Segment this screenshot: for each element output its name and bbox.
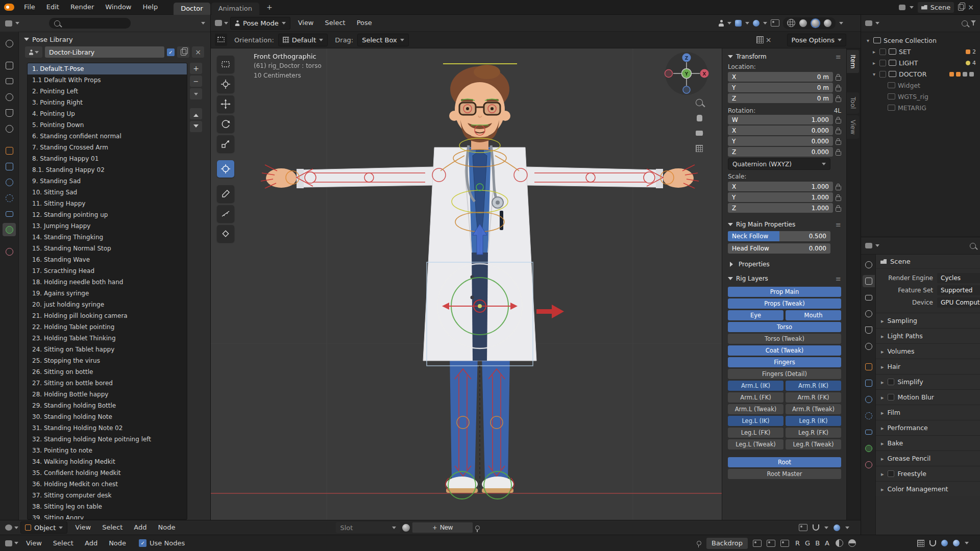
tab-modifiers[interactable]: [3, 160, 16, 173]
channel-button[interactable]: G: [804, 539, 811, 547]
pose-specials-button[interactable]: [190, 88, 202, 99]
outliner-row[interactable]: ▾ DOCTOR: [861, 68, 980, 80]
properties-section[interactable]: Sampling: [876, 313, 980, 328]
rig-layer-button[interactable]: Arm.L (FK): [728, 392, 783, 403]
pose-list-item[interactable]: 13. Jumping Happy: [28, 220, 187, 232]
topbar-menu-item[interactable]: File: [18, 0, 41, 14]
pose-list-item[interactable]: 30. Standing holding Note: [28, 411, 187, 422]
filter-chevron-icon[interactable]: [201, 22, 205, 27]
fake-user-checkbox[interactable]: [167, 48, 175, 56]
properties-section[interactable]: Simplify: [876, 374, 980, 389]
lock-icon[interactable]: [836, 87, 841, 91]
transform-tool[interactable]: [217, 160, 234, 178]
search-icon[interactable]: [962, 20, 968, 27]
gizmo-axis-x-negative[interactable]: [665, 70, 673, 78]
pose-list-item[interactable]: 14. Standing Thingking: [28, 232, 187, 243]
tab-scene[interactable]: [3, 106, 16, 119]
properties-section[interactable]: Film: [876, 405, 980, 420]
shading-wireframe-button[interactable]: [786, 18, 796, 28]
section-checkbox[interactable]: [888, 379, 894, 385]
overlays-toggle-icon[interactable]: [941, 540, 948, 546]
xray-toggle-icon[interactable]: [771, 19, 779, 27]
new-library-button[interactable]: [177, 46, 189, 58]
close-scene-icon[interactable]: [968, 4, 974, 11]
pose-list-item[interactable]: 39. Sitting Angry: [28, 512, 187, 520]
channel-button[interactable]: A: [824, 539, 830, 547]
tab-render[interactable]: [863, 275, 875, 287]
channel-button[interactable]: B: [814, 539, 821, 547]
image-alpha-icon[interactable]: [767, 540, 775, 547]
properties-section[interactable]: Motion Blur: [876, 389, 980, 405]
navigation-gizmo[interactable]: Z X Y: [664, 51, 709, 96]
panel-menu-icon[interactable]: [836, 275, 841, 283]
annotate-tool[interactable]: [217, 185, 234, 203]
render-toggle-icon[interactable]: [953, 540, 960, 546]
tab-constraints[interactable]: [863, 426, 875, 438]
mode-dropdown[interactable]: Pose Mode: [230, 17, 290, 30]
tab-material[interactable]: [863, 459, 875, 471]
gizmo-axis-z-negative[interactable]: [683, 86, 690, 93]
rig-property-slider[interactable]: Neck Follow0.500: [728, 231, 830, 241]
shader-menu-item[interactable]: View: [69, 520, 96, 535]
editor-type-icon[interactable]: [215, 20, 222, 26]
properties-section[interactable]: Freestyle: [876, 466, 980, 481]
setting-value-dropdown[interactable]: GPU Compute: [937, 297, 980, 308]
properties-section[interactable]: Hair: [876, 359, 980, 374]
editor-type-icon[interactable]: [5, 540, 12, 546]
tab-particles[interactable]: [3, 176, 16, 189]
location-field[interactable]: X0 m: [728, 72, 833, 82]
outliner-row[interactable]: WGTS_rig: [861, 91, 980, 102]
orientation-dropdown[interactable]: Default: [278, 34, 328, 46]
pose-list-item[interactable]: 11. Sitting Happy: [28, 198, 187, 209]
pose-options-dropdown[interactable]: Pose Options: [787, 34, 846, 46]
filter-icon[interactable]: [971, 20, 976, 26]
rig-layers-panel-header[interactable]: Rig Layers: [728, 273, 841, 284]
tool-settings-icon[interactable]: [756, 36, 764, 43]
overlays-toggle-icon[interactable]: [753, 20, 760, 27]
rig-layer-button[interactable]: Coat (Tweak): [728, 345, 841, 356]
properties-section[interactable]: Color Management: [876, 481, 980, 496]
sidebar-tab[interactable]: Tool: [847, 92, 859, 113]
tab-tool[interactable]: [863, 259, 875, 271]
properties-section[interactable]: Grease Pencil: [876, 450, 980, 466]
collection-checkbox[interactable]: [879, 60, 886, 66]
editor-type-icon[interactable]: [5, 20, 12, 27]
rig-layer-button[interactable]: Props (Tweak): [728, 298, 841, 309]
expand-icon[interactable]: ▸: [871, 60, 877, 66]
active-tool-icon[interactable]: [215, 34, 227, 46]
gamma-icon[interactable]: [836, 539, 843, 547]
pose-list-item[interactable]: 21. Holding pill looking camera: [28, 310, 187, 321]
pose-list-item[interactable]: 12. Standing pointing up: [28, 209, 187, 220]
rig-layer-button[interactable]: Leg.R (IK): [786, 416, 841, 426]
tab-modifiers[interactable]: [863, 377, 875, 389]
tab-object-data[interactable]: [3, 223, 16, 236]
pose-list-item[interactable]: 35. Confident holding Medkit: [28, 467, 187, 479]
rig-layer-button[interactable]: Arm.R (FK): [786, 392, 841, 403]
pose-list-item[interactable]: 10. Sitting Sad: [28, 187, 187, 198]
viewport-menu-item[interactable]: Pose: [351, 16, 378, 30]
tab-world[interactable]: [863, 340, 875, 353]
tab-output[interactable]: [3, 74, 16, 88]
channel-button[interactable]: R: [794, 539, 801, 547]
expand-icon[interactable]: ▾: [865, 38, 871, 43]
properties-section[interactable]: Volumes: [876, 343, 980, 359]
topbar-menu-item[interactable]: Help: [137, 0, 164, 14]
gizmo-toggle-icon[interactable]: [735, 20, 742, 27]
camera-view-icon[interactable]: [696, 131, 703, 136]
parent-node-icon[interactable]: [799, 524, 807, 531]
snap-magnet-icon[interactable]: [929, 540, 936, 546]
tab-tool[interactable]: [3, 37, 16, 50]
scale-tool[interactable]: [217, 135, 234, 153]
rig-layer-button[interactable]: Leg.R (Tweak): [786, 439, 841, 449]
pose-list-item[interactable]: 17. Scracthing Head: [28, 265, 187, 277]
pose-list-item[interactable]: 18. Holding needle both hand: [28, 277, 187, 288]
tab-scene[interactable]: [863, 324, 875, 336]
tab-render[interactable]: [3, 59, 16, 72]
pose-list-item[interactable]: 29. Standing holding Bottle: [28, 400, 187, 411]
material-slot-dropdown[interactable]: Slot: [336, 522, 400, 533]
move-pose-up-button[interactable]: [190, 108, 202, 119]
rotation-field[interactable]: W1.000: [728, 115, 833, 124]
shader-menu-item[interactable]: Select: [96, 520, 128, 535]
compositor-menu-item[interactable]: Select: [47, 536, 79, 550]
rig-property-slider[interactable]: Head Follow0.000: [728, 243, 830, 254]
